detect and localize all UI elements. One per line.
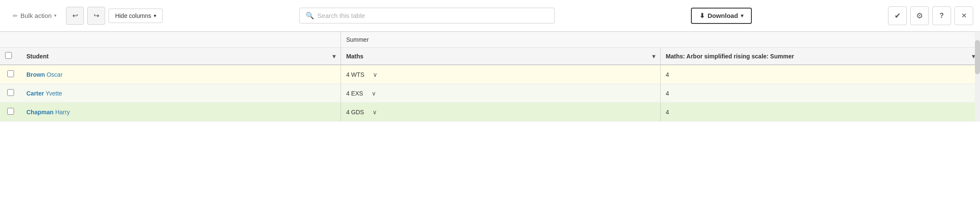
download-button[interactable]: ⬇ Download ▾ [691,8,752,24]
maths-value: 4 WTS [346,71,364,78]
maths-scale-value: 4 [666,109,669,116]
student-firstname: Yvette [46,90,62,97]
row-checkbox-cell [0,84,21,103]
hide-columns-button[interactable]: Hide columns ▾ [109,9,163,23]
help-button[interactable]: ? [932,6,951,25]
maths-scale-cell: 4 [660,84,980,103]
row-checkbox[interactable] [7,108,14,115]
maths-value: 4 GDS [346,109,364,116]
student-sort-icon[interactable]: ▾ [332,53,335,60]
col-header-checkbox [0,48,21,65]
select-all-checkbox[interactable] [5,52,12,59]
redo-button[interactable]: ↪ [87,7,105,25]
student-cell: Chapman Harry [21,103,341,122]
download-label: Download [708,12,738,19]
student-link[interactable]: Chapman Harry [26,109,70,116]
group-header-label: Summer [346,36,369,43]
student-cell: Brown Oscar [21,65,341,84]
student-link[interactable]: Carter Yvette [26,90,62,97]
maths-cell: 4 GDS ∨ [341,103,661,122]
undo-icon: ↩ [72,12,78,20]
student-col-label: Student [26,53,49,60]
maths-scale-cell: 4 [660,65,980,84]
maths-scale-value: 4 [666,90,669,97]
bulk-action-button[interactable]: ✏ Bulk action ▾ [7,9,63,23]
settings-button[interactable]: ⚙ [910,6,929,25]
data-table: Summer Student ▾ [0,32,980,122]
maths-col-label: Maths [346,53,363,60]
table-row: Brown Oscar 4 WTS ∨ 4 [0,65,980,84]
hide-columns-label: Hide columns [115,12,151,19]
col-header-student: Student ▾ [21,48,341,65]
group-header-checkbox-col [0,32,21,48]
table-wrapper: Summer Student ▾ [0,32,980,122]
help-icon: ? [940,12,944,20]
student-surname: Chapman [26,109,54,116]
expand-button[interactable]: ✕ [954,6,973,25]
table-row: Chapman Harry 4 GDS ∨ 4 [0,103,980,122]
group-header-student-col [21,32,341,48]
checkmark-icon: ✔ [894,11,901,20]
row-checkbox-cell [0,103,21,122]
student-firstname: Harry [55,109,70,116]
student-firstname: Oscar [46,71,62,78]
maths-dropdown-icon[interactable]: ∨ [373,71,377,78]
maths-scale-col-label: Maths: Arbor simplified rising scale: Su… [666,53,794,60]
maths-scale-value: 4 [666,71,669,78]
hide-columns-chevron-icon: ▾ [154,13,156,19]
group-header-row: Summer [0,32,980,48]
bulk-action-label: Bulk action [20,12,52,19]
scrollbar-track[interactable] [975,32,980,122]
scrollbar-thumb[interactable] [975,40,980,74]
checkmark-button[interactable]: ✔ [888,6,907,25]
expand-icon: ✕ [961,12,967,20]
table-body: Brown Oscar 4 WTS ∨ 4 Carter Yvett [0,65,980,122]
search-icon: 🔍 [306,12,314,20]
col-header-maths: Maths ▾ [341,48,661,65]
maths-cell: 4 EXS ∨ [341,84,661,103]
maths-dropdown-icon[interactable]: ∨ [372,90,376,97]
table-row: Carter Yvette 4 EXS ∨ 4 [0,84,980,103]
toolbar: ✏ Bulk action ▾ ↩ ↪ Hide columns ▾ 🔍 ⬇ D… [0,0,980,32]
col-header-maths-scale: Maths: Arbor simplified rising scale: Su… [660,48,980,65]
student-link[interactable]: Brown Oscar [26,71,63,78]
download-chevron-icon: ▾ [741,13,743,19]
toolbar-right-icons: ✔ ⚙ ? ✕ [888,6,973,25]
group-header-summer-col: Summer [341,32,980,48]
maths-scale-sort-icon[interactable]: ▾ [972,53,975,60]
maths-dropdown-icon[interactable]: ∨ [373,109,377,116]
student-surname: Carter [26,90,44,97]
maths-cell: 4 WTS ∨ [341,65,661,84]
search-container: 🔍 [299,8,555,23]
bulk-action-chevron-icon: ▾ [54,13,57,18]
row-checkbox[interactable] [7,70,14,77]
student-surname: Brown [26,71,45,78]
pencil-icon: ✏ [13,12,18,19]
col-header-row: Student ▾ Maths ▾ Maths: Arbor simplifie… [0,48,980,65]
download-icon: ⬇ [699,12,705,20]
maths-value: 4 EXS [346,90,363,97]
student-cell: Carter Yvette [21,84,341,103]
row-checkbox[interactable] [7,89,14,96]
row-checkbox-cell [0,65,21,84]
search-input[interactable] [318,12,548,19]
maths-sort-icon[interactable]: ▾ [652,53,655,60]
gear-icon: ⚙ [916,11,923,20]
undo-button[interactable]: ↩ [66,7,84,25]
maths-scale-cell: 4 [660,103,980,122]
redo-icon: ↪ [94,12,99,20]
